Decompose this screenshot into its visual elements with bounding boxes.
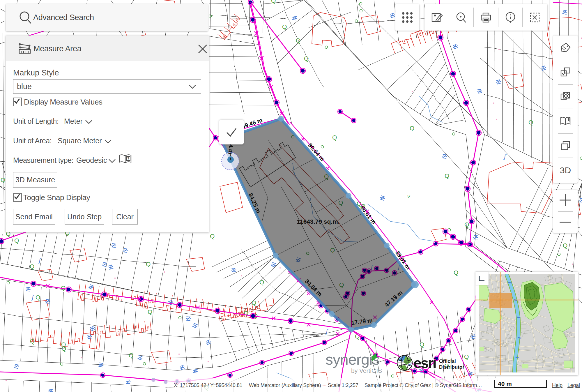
svg-text:Q: Q bbox=[304, 55, 309, 62]
svg-text:Official: Official bbox=[439, 359, 456, 364]
svg-text:3D: 3D bbox=[560, 165, 571, 175]
svg-text:v: v bbox=[407, 194, 410, 199]
svg-text:11643.79 sq.m.: 11643.79 sq.m. bbox=[297, 218, 339, 225]
svg-text:Q: Q bbox=[296, 37, 300, 44]
svg-text:ʃ: ʃ bbox=[31, 294, 34, 301]
svg-text:Q: Q bbox=[410, 125, 414, 131]
svg-text:Q: Q bbox=[282, 23, 287, 30]
svg-text:Q: Q bbox=[464, 221, 469, 228]
svg-text:40 m: 40 m bbox=[498, 380, 512, 387]
svg-text:Distributor: Distributor bbox=[439, 364, 464, 370]
svg-text:ʃ: ʃ bbox=[503, 153, 507, 160]
svg-text:Q: Q bbox=[1, 176, 5, 183]
svg-text:Q: Q bbox=[210, 233, 215, 239]
svg-text:Q: Q bbox=[563, 242, 567, 249]
svg-text:Q: Q bbox=[30, 263, 34, 270]
svg-text:Q: Q bbox=[146, 261, 151, 267]
svg-text:Q: Q bbox=[259, 279, 264, 285]
svg-text:Q: Q bbox=[332, 134, 337, 141]
svg-text:esri: esri bbox=[413, 355, 436, 371]
svg-text:Q: Q bbox=[420, 341, 424, 348]
svg-text:Q: Q bbox=[528, 119, 533, 126]
svg-text:Q: Q bbox=[14, 237, 19, 244]
svg-text:Q: Q bbox=[36, 294, 40, 301]
svg-text:Q: Q bbox=[252, 299, 256, 306]
svg-text:?: ? bbox=[127, 156, 130, 161]
svg-text:Q: Q bbox=[271, 0, 276, 4]
svg-text:Q: Q bbox=[61, 345, 66, 352]
svg-text:by VertiGIS: by VertiGIS bbox=[351, 367, 382, 374]
svg-text:Q: Q bbox=[445, 172, 449, 179]
svg-text:Q: Q bbox=[454, 269, 458, 276]
svg-text:Q: Q bbox=[129, 352, 133, 359]
svg-text:synergis: synergis bbox=[326, 351, 380, 368]
svg-text:4 m: 4 m bbox=[227, 144, 235, 154]
svg-text:Q: Q bbox=[30, 338, 35, 345]
svg-text:Q: Q bbox=[148, 308, 152, 315]
